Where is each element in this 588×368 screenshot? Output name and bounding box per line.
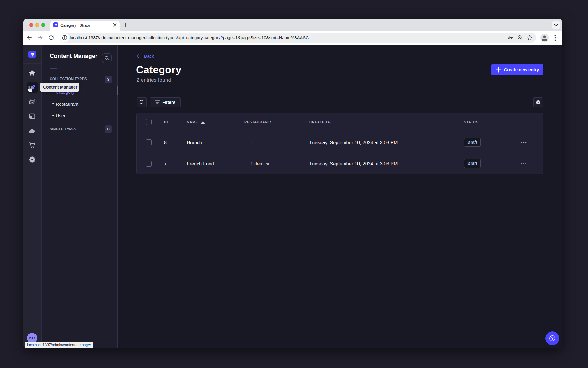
svg-text:?: ? (551, 336, 553, 340)
